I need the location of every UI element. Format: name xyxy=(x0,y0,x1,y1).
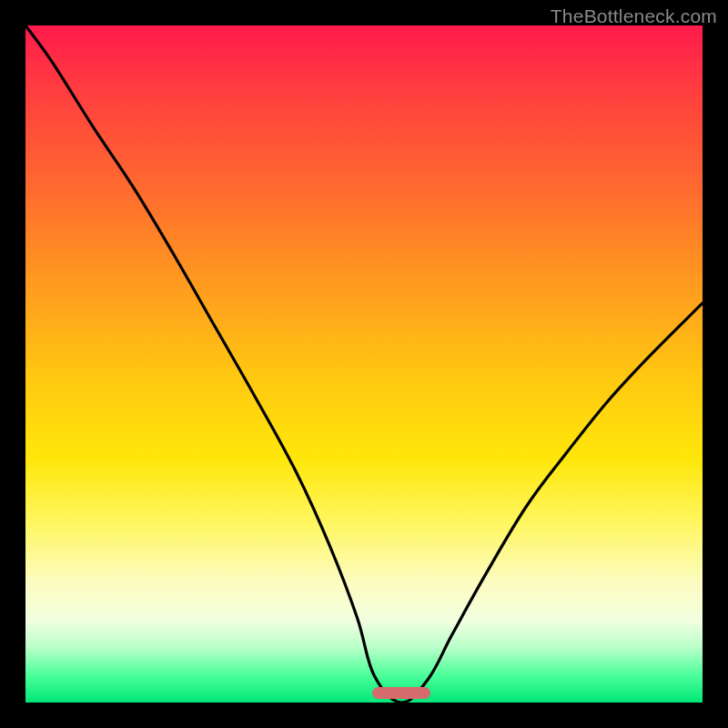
curve-layer xyxy=(25,25,703,703)
chart-plot-area xyxy=(25,25,703,703)
chart-frame: TheBottleneck.com xyxy=(0,0,728,728)
optimal-range-marker xyxy=(372,687,430,699)
bottleneck-curve xyxy=(25,25,703,703)
attribution-text: TheBottleneck.com xyxy=(551,5,717,27)
